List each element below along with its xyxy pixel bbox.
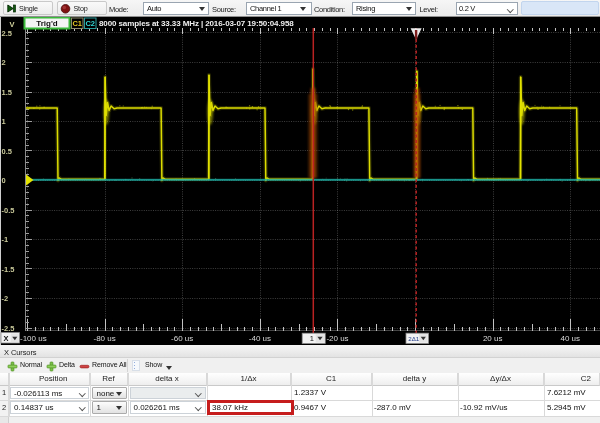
- svg-text:-20 us: -20 us: [326, 334, 348, 343]
- svg-text:-2.5: -2.5: [2, 324, 15, 333]
- svg-text:-0.5: -0.5: [2, 206, 15, 215]
- svg-text:Trig'd: Trig'd: [36, 19, 58, 28]
- svg-text:-40 us: -40 us: [249, 334, 271, 343]
- svg-text:1: 1: [2, 117, 6, 126]
- svg-text:-1: -1: [2, 235, 9, 244]
- svg-text:-100 us: -100 us: [20, 334, 47, 343]
- svg-text:V: V: [10, 20, 15, 29]
- svg-text:-1.5: -1.5: [2, 265, 15, 274]
- svg-text:2Δ1: 2Δ1: [408, 335, 420, 342]
- svg-text:1: 1: [310, 334, 314, 343]
- svg-text:-60 us: -60 us: [171, 334, 193, 343]
- svg-text:2.5: 2.5: [2, 29, 12, 38]
- svg-text:C1: C1: [72, 19, 82, 28]
- svg-text:-80 us: -80 us: [93, 334, 115, 343]
- svg-text:2: 2: [2, 58, 6, 67]
- svg-text:-2: -2: [2, 294, 9, 303]
- svg-text:20 us: 20 us: [483, 334, 503, 343]
- svg-text:1.5: 1.5: [2, 88, 12, 97]
- svg-text:X: X: [3, 334, 8, 343]
- svg-text:0.5: 0.5: [2, 147, 12, 156]
- svg-text:8000 samples at 33.33 MHz | 20: 8000 samples at 33.33 MHz | 2016-03-07 1…: [99, 19, 294, 28]
- svg-text:0: 0: [2, 176, 6, 185]
- svg-text:C2: C2: [85, 19, 95, 28]
- svg-text:40 us: 40 us: [561, 334, 581, 343]
